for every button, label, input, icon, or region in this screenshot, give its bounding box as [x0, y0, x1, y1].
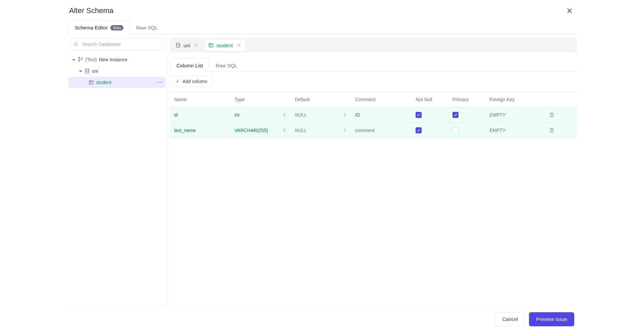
svg-point-9 — [176, 43, 180, 44]
svg-point-4 — [86, 69, 89, 70]
svg-rect-10 — [209, 44, 213, 47]
col-header-type: Type — [230, 97, 291, 102]
breadcrumb-database[interactable]: uni — [172, 40, 203, 51]
main-panel: uni student — [167, 35, 577, 306]
inner-tab-bar: Column List Raw SQL — [170, 58, 577, 72]
tab-raw-sql-inner[interactable]: Raw SQL — [209, 58, 244, 72]
dialog-title: Alter Schema — [69, 6, 113, 15]
tree-database-label: uni — [92, 68, 98, 74]
delete-column-button[interactable] — [542, 123, 561, 138]
tab-schema-editor-label: Schema Editor — [75, 25, 108, 30]
svg-point-0 — [74, 43, 77, 46]
svg-point-1 — [78, 60, 79, 61]
col-header-notnull: Not Null — [412, 97, 448, 102]
add-column-button[interactable]: Add column — [170, 76, 212, 87]
col-header-primary: Primary — [448, 97, 485, 102]
breadcrumb-table[interactable]: student — [205, 40, 246, 51]
column-comment-input[interactable]: ID — [351, 107, 412, 122]
tree-table-student[interactable]: student — [68, 77, 165, 88]
column-comment-input[interactable]: comment — [351, 123, 412, 138]
sort-icon — [342, 128, 347, 133]
table-icon — [89, 80, 94, 85]
chevron-down-icon — [78, 69, 83, 73]
close-icon — [194, 43, 199, 48]
database-icon — [175, 43, 181, 48]
col-header-name: Name — [170, 97, 230, 102]
sort-icon — [342, 113, 347, 117]
tree-table-label: student — [96, 80, 111, 85]
chevron-down-icon — [72, 58, 76, 62]
foreign-key-select[interactable]: EMPTY — [485, 107, 542, 122]
svg-point-7 — [159, 82, 160, 83]
not-null-checkbox[interactable] — [416, 127, 422, 133]
column-default-select[interactable]: NULL — [291, 107, 351, 122]
svg-point-3 — [81, 58, 82, 59]
column-type-select[interactable]: int — [230, 107, 291, 122]
tab-column-list[interactable]: Column List — [170, 58, 209, 72]
column-default-select[interactable]: NULL — [291, 123, 351, 138]
primary-checkbox[interactable] — [452, 112, 459, 118]
trash-icon — [549, 112, 555, 118]
dialog-footer: Cancel Preview issue — [67, 306, 577, 332]
search-icon — [73, 42, 78, 47]
tree-instance[interactable]: (Test) New Instance — [68, 54, 165, 65]
branch-icon — [78, 57, 83, 62]
close-button[interactable] — [564, 5, 575, 16]
add-column-label: Add column — [182, 79, 207, 84]
breadcrumb-database-close[interactable] — [193, 42, 200, 49]
trash-icon — [549, 127, 555, 133]
svg-point-6 — [157, 82, 158, 83]
sort-icon — [282, 113, 287, 117]
column-type-select[interactable]: VARCHAR(255) — [230, 123, 291, 138]
tree-instance-label: New Instance — [99, 57, 127, 62]
breadcrumb-database-label: uni — [183, 43, 190, 48]
tree-instance-prefix: (Test) — [85, 57, 97, 62]
plus-icon — [175, 79, 180, 84]
primary-checkbox[interactable] — [452, 127, 459, 133]
sort-icon — [282, 128, 287, 133]
delete-column-button[interactable] — [542, 107, 561, 122]
database-icon — [85, 68, 90, 74]
column-name-input[interactable]: last_name — [170, 123, 230, 138]
database-tree: (Test) New Instance uni s — [68, 54, 165, 88]
svg-rect-5 — [89, 81, 93, 84]
table-row: last_nameVARCHAR(255)NULLcommentEMPTY — [170, 123, 577, 138]
close-icon — [236, 43, 241, 48]
close-icon — [566, 7, 573, 14]
table-row: idintNULLIDEMPTY — [170, 107, 577, 123]
tab-schema-editor[interactable]: Schema Editor Beta — [68, 20, 130, 35]
breadcrumb-table-close[interactable] — [235, 42, 242, 49]
col-header-comment: Comment — [351, 97, 412, 102]
foreign-key-select[interactable]: EMPTY — [485, 123, 542, 138]
columns-table: Name Type Default Comment Not Null Prima… — [170, 92, 577, 138]
top-tab-bar: Schema Editor Beta Raw SQL — [67, 20, 577, 35]
svg-point-8 — [161, 82, 162, 83]
breadcrumb: uni student — [170, 38, 577, 53]
tab-raw-sql-top[interactable]: Raw SQL — [130, 20, 164, 35]
more-horizontal-icon — [156, 82, 162, 83]
column-name-input[interactable]: id — [170, 107, 230, 122]
tree-item-menu-button[interactable] — [155, 78, 163, 86]
tab-raw-sql-top-label: Raw SQL — [136, 25, 158, 30]
col-header-fkey: Foreign Key — [485, 97, 542, 102]
breadcrumb-table-label: student — [216, 43, 233, 48]
not-null-checkbox[interactable] — [416, 112, 422, 118]
beta-badge: Beta — [110, 25, 123, 30]
search-input[interactable] — [70, 38, 164, 51]
sidebar: (Test) New Instance uni s — [67, 35, 167, 306]
col-header-default: Default — [291, 97, 351, 102]
tree-database[interactable]: uni — [68, 65, 165, 77]
preview-issue-button[interactable]: Preview issue — [529, 312, 574, 326]
cancel-button[interactable]: Cancel — [495, 312, 525, 326]
columns-table-header: Name Type Default Comment Not Null Prima… — [170, 92, 577, 107]
table-icon — [208, 43, 214, 48]
